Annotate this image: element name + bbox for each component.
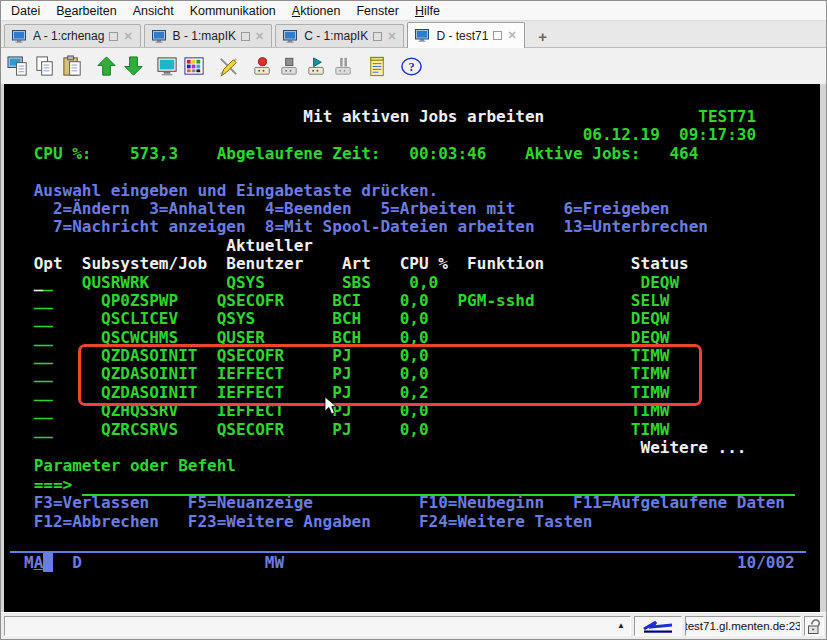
copy-icon	[34, 55, 57, 78]
expand-history-button[interactable]: ▲	[617, 622, 625, 630]
terminal-row: CPU %: 573,3 Abgelaufene Zeit: 00:03:46 …	[24, 145, 820, 163]
session-tab-d[interactable]: D - test71✕	[407, 22, 524, 48]
session-monitor-icon	[415, 29, 431, 42]
terminal-row: __ QZDASOINIT IEFFECT PJ 0,2 TIMW	[24, 384, 820, 402]
emulator-window: DateiBearbeitenAnsichtKommunikationAktio…	[0, 0, 827, 640]
help-button[interactable]: ?	[398, 52, 425, 80]
session-monitor-icon	[12, 30, 28, 43]
menu-fenster[interactable]: Fenster	[348, 2, 406, 20]
copy-screen-icon	[7, 55, 30, 78]
terminal-row: __ QP0ZSPWP QSECOFR BCI 0,0 PGM-sshd SEL…	[24, 292, 820, 310]
status-message-area: ▲	[4, 616, 631, 636]
terminal-screen[interactable]: Mit aktiven Jobs arbeiten TEST71 06.12.1…	[4, 84, 820, 612]
oia-status-row: MA D MW 10/002	[24, 554, 820, 572]
security-indicator	[804, 616, 824, 636]
close-icon[interactable]: ✕	[255, 31, 264, 42]
terminal-row: 2=Ändern 3=Anhalten 4=Beenden 5=Arbeiten…	[24, 200, 820, 218]
menu-hilfe[interactable]: Hilfe	[407, 2, 448, 20]
send-file-icon	[95, 55, 118, 78]
lightning-icon	[641, 619, 675, 634]
unlocked-padlock-icon	[807, 618, 822, 635]
tab-label: B - 1:mapIK	[173, 29, 236, 43]
session-tab-c[interactable]: C - 1:mapIK✕	[275, 24, 404, 47]
terminal-row: F3=Verlassen F5=Neuanzeige F10=Neubeginn…	[24, 494, 820, 512]
color-map-button[interactable]	[181, 52, 208, 80]
tab-label: C - 1:mapIK	[304, 29, 368, 43]
restore-window-icon[interactable]	[493, 31, 502, 40]
terminal-row	[24, 531, 820, 549]
notes-button[interactable]	[364, 52, 391, 80]
paste-button[interactable]	[59, 52, 86, 80]
terminal-row: 06.12.19 09:17:30	[24, 126, 820, 144]
send-file-button[interactable]	[93, 52, 120, 80]
color-map-icon	[183, 55, 206, 78]
help-icon: ?	[400, 55, 423, 78]
edit-keymap-button[interactable]	[215, 52, 242, 80]
session-tab-b[interactable]: B - 1:mapIK✕	[144, 24, 273, 47]
terminal-row: __ QZDASOINIT IEFFECT PJ 0,0 TIMW	[24, 365, 820, 383]
paste-icon	[61, 55, 84, 78]
copy-button[interactable]	[32, 52, 59, 80]
add-session-button[interactable]: +	[530, 25, 556, 47]
notes-icon	[366, 55, 389, 78]
menu-kommunikation[interactable]: Kommunikation	[182, 2, 284, 20]
tab-label: D - test71	[436, 29, 488, 43]
play-macro-button[interactable]	[303, 52, 330, 80]
terminal-row: Parameter oder Befehl	[24, 457, 820, 475]
terminal-row: Weitere ...	[24, 439, 820, 457]
session-monitor-icon	[283, 30, 299, 43]
pause-macro-icon	[332, 55, 355, 78]
svg-text:?: ?	[408, 59, 414, 73]
menu-bearbeiten[interactable]: Bearbeiten	[48, 2, 124, 20]
play-macro-icon	[305, 55, 328, 78]
tab-bar: A - 1:crhenag✕B - 1:mapIK✕C - 1:mapIK✕D …	[4, 22, 528, 47]
edit-keymap-icon	[217, 55, 240, 78]
menu-aktionen[interactable]: Aktionen	[284, 2, 349, 20]
terminal-row: ===>	[24, 476, 820, 494]
close-icon[interactable]: ✕	[507, 30, 516, 41]
terminal-row	[24, 163, 820, 181]
restore-window-icon[interactable]	[241, 32, 250, 41]
status-bar: ▲ test71.gl.menten.de:23	[1, 612, 826, 639]
session-tab-a[interactable]: A - 1:crhenag✕	[4, 24, 141, 47]
display-button[interactable]	[154, 52, 181, 80]
terminal-row: __ QZDASOINIT QSECOFR PJ 0,0 TIMW	[24, 347, 820, 365]
close-icon[interactable]: ✕	[387, 31, 396, 42]
terminal-row: F12=Abbrechen F23=Weitere Angaben F24=We…	[24, 513, 820, 531]
stop-macro-icon	[278, 55, 301, 78]
close-icon[interactable]: ✕	[123, 31, 132, 42]
terminal-row: Opt Subsystem/Job Benutzer Art CPU % Fun…	[24, 255, 820, 273]
tab-label: A - 1:crhenag	[33, 29, 104, 43]
stop-macro-button[interactable]	[276, 52, 303, 80]
terminal-row: __ QSCWCHMS QUSER BCH 0,0 DEQW	[24, 329, 820, 347]
host-address: test71.gl.menten.de:23	[685, 616, 801, 636]
restore-window-icon[interactable]	[109, 32, 118, 41]
session-monitor-icon	[152, 30, 168, 43]
terminal-row: Mit aktiven Jobs arbeiten TEST71	[24, 108, 820, 126]
menu-bar: DateiBearbeitenAnsichtKommunikationAktio…	[1, 1, 826, 21]
record-macro-icon	[251, 55, 274, 78]
tab-bar-strip: A - 1:crhenag✕B - 1:mapIK✕C - 1:mapIK✕D …	[1, 21, 826, 48]
display-icon	[156, 55, 179, 78]
receive-file-button[interactable]	[120, 52, 147, 80]
connection-indicator	[634, 616, 682, 636]
copy-screen-button[interactable]	[5, 52, 32, 80]
oia-cursor-block	[43, 553, 53, 572]
toolbar: ?	[1, 48, 826, 84]
pause-macro-button[interactable]	[330, 52, 357, 80]
terminal-area[interactable]: Mit aktiven Jobs arbeiten TEST71 06.12.1…	[1, 84, 826, 612]
menu-ansicht[interactable]: Ansicht	[125, 2, 182, 20]
terminal-row: Auswahl eingeben und Eingabetaste drücke…	[24, 182, 820, 200]
menu-datei[interactable]: Datei	[3, 2, 48, 20]
terminal-row: Aktueller	[24, 237, 820, 255]
terminal-row: __ QSCLICEV QSYS BCH 0,0 DEQW	[24, 310, 820, 328]
restore-window-icon[interactable]	[373, 32, 382, 41]
record-macro-button[interactable]	[249, 52, 276, 80]
terminal-row: __ QZRCSRVS QSECOFR PJ 0,0 TIMW	[24, 421, 820, 439]
terminal-row: __ QZHQSSRV IEFFECT PJ 0,0 TIMW	[24, 402, 820, 420]
receive-file-icon	[122, 55, 145, 78]
terminal-row: 7=Nachricht anzeigen 8=Mit Spool-Dateien…	[24, 218, 820, 236]
terminal-row: __ QUSRWRK QSYS SBS 0,0 DEQW	[24, 274, 820, 292]
host-address-text: test71.gl.menten.de:23	[685, 620, 801, 632]
